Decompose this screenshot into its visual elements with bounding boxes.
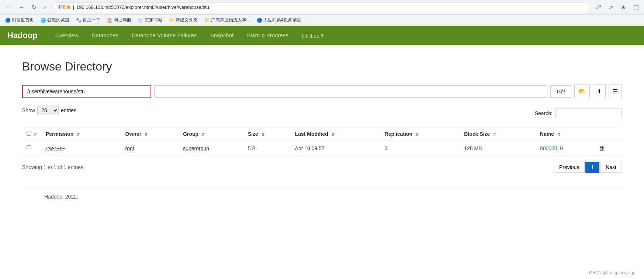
navbar-nav: Overview Datanodes Datanode Volume Failu… — [49, 27, 330, 44]
sort-icon-permission: ⇵ — [76, 132, 80, 137]
col-owner[interactable]: Owner ⇵ — [121, 127, 179, 141]
page-title: Browse Directory — [22, 60, 622, 73]
folder-open-button[interactable]: 📂 — [574, 85, 590, 98]
bookmark-nav[interactable]: 🏠 网址导航 — [105, 16, 134, 24]
next-button[interactable]: Next — [600, 162, 622, 173]
search-label: Search: — [535, 110, 553, 116]
sort-icon-size: ⇵ — [261, 132, 264, 137]
pagination-row: Showing 1 to 1 of 1 entries Previous 1 N… — [22, 162, 622, 173]
list-icon: ☰ — [613, 88, 618, 94]
row-group: supergroup — [179, 141, 243, 156]
directory-table: ⇵ Permission ⇵ Owner ⇵ Group ⇵ Size ⇵ — [22, 127, 622, 156]
col-size[interactable]: Size ⇵ — [243, 127, 291, 141]
bookmark-logistics[interactable]: 📁 广汽丰通物流人事... — [202, 16, 252, 24]
navbar: Hadoop Overview Datanodes Datanode Volum… — [0, 26, 644, 45]
sort-icon-last-modified: ⇵ — [331, 132, 335, 137]
nav-startup-progress[interactable]: Startup Progress — [240, 27, 295, 44]
search-input[interactable] — [555, 108, 622, 118]
row-name: 000000_0 — [536, 141, 595, 156]
footer-text: Hadoop, 2022. — [44, 194, 78, 200]
col-last-modified[interactable]: Last Modified ⇵ — [291, 127, 380, 141]
sort-icon-group: ⇵ — [201, 132, 205, 137]
nav-utilities[interactable]: Utilities ▾ — [295, 27, 330, 44]
previous-button[interactable]: Previous — [554, 162, 585, 173]
delete-icon[interactable]: 🗑 — [599, 145, 605, 151]
bookmarks-bar: 🔵 到百度首页 🌐 谷歌浏览器 🐾 百度一下 🏠 网址导航 🛒 京东商城 📁 新… — [0, 14, 644, 25]
upload-icon: ⬆ — [597, 88, 602, 94]
col-permission[interactable]: Permission ⇵ — [41, 127, 121, 141]
path-spacer-input[interactable] — [154, 85, 547, 98]
row-block-size: 128 MB — [460, 141, 536, 156]
bookmark-button[interactable]: ★ — [619, 2, 628, 12]
address-bar[interactable]: 不安全 | 192.168.102.48:50070/explorer.html… — [53, 2, 590, 12]
col-actions — [595, 127, 622, 141]
sort-icon-select: ⇵ — [34, 132, 37, 137]
entries-search-row: Show 10 25 50 100 entries Search: — [22, 106, 622, 121]
col-block-size[interactable]: Block Size ⇵ — [460, 127, 536, 141]
row-checkbox[interactable] — [27, 145, 31, 150]
sort-icon-replication: ⇵ — [415, 132, 419, 137]
table-header-row: ⇵ Permission ⇵ Owner ⇵ Group ⇵ Size ⇵ — [22, 127, 622, 141]
bookmark-chrome[interactable]: 🌐 谷歌浏览器 — [38, 16, 72, 24]
folder-open-icon: 📂 — [578, 88, 586, 94]
search-container: Search: — [535, 108, 622, 118]
entries-select[interactable]: 10 25 50 100 — [37, 106, 59, 115]
row-size: 5 B — [243, 141, 291, 156]
nav-datanode-volume-failures[interactable]: Datanode Volume Failures — [125, 27, 204, 44]
col-replication[interactable]: Replication ⇵ — [380, 127, 460, 141]
row-delete-cell: 🗑 — [595, 141, 622, 156]
extensions-button[interactable]: ◫ — [631, 2, 641, 12]
security-warning: 不安全 — [58, 4, 71, 10]
translate-button[interactable]: ☍ — [593, 2, 603, 12]
table-body: -rw-r--r-- root supergroup 5 B Apr 10 09… — [22, 141, 622, 156]
row-replication: 3 — [380, 141, 460, 156]
row-last-modified: Apr 10 09:57 — [291, 141, 380, 156]
footer: Hadoop, 2022. — [22, 187, 622, 207]
address-separator: | — [73, 4, 74, 10]
nav-overview[interactable]: Overview — [49, 27, 85, 44]
dropdown-arrow-icon: ▾ — [321, 32, 324, 39]
table-head: ⇵ Permission ⇵ Owner ⇵ Group ⇵ Size ⇵ — [22, 127, 622, 141]
sort-icon-owner: ⇵ — [144, 132, 148, 137]
bookmark-baidu-home[interactable]: 🔵 到百度首页 — [3, 16, 36, 24]
table-row: -rw-r--r-- root supergroup 5 B Apr 10 09… — [22, 141, 622, 156]
main-content: Browse Directory Go! 📂 ⬆ ☰ Show 10 25 50… — [0, 45, 644, 222]
nav-snapshot[interactable]: Snapshot — [204, 27, 240, 44]
sort-icon-name: ⇵ — [557, 132, 560, 137]
select-all-header: ⇵ — [22, 127, 41, 141]
page-1-button[interactable]: 1 — [585, 162, 599, 173]
go-button[interactable]: Go! — [550, 85, 571, 98]
pagination-buttons: Previous 1 Next — [554, 162, 622, 173]
bookmark-jd[interactable]: 🛒 京东商城 — [136, 16, 165, 24]
show-entries: Show 10 25 50 100 entries — [22, 106, 76, 115]
entries-label: entries — [61, 107, 76, 113]
browser-chrome: ← → ↻ ⌂ 不安全 | 192.168.102.48:50070/explo… — [0, 0, 644, 26]
upload-button[interactable]: ⬆ — [593, 85, 606, 98]
sort-icon-block-size: ⇵ — [493, 132, 496, 137]
bookmark-video[interactable]: 🔵 人世间第4集高清完... — [255, 16, 307, 24]
showing-text: Showing 1 to 1 of 1 entries — [22, 164, 83, 170]
browser-toolbar: ← → ↻ ⌂ 不安全 | 192.168.102.48:50070/explo… — [0, 0, 644, 14]
share-button[interactable]: ➚ — [606, 2, 616, 12]
back-button[interactable]: ← — [3, 3, 13, 12]
dir-controls: Go! 📂 ⬆ ☰ — [22, 85, 622, 98]
col-group[interactable]: Group ⇵ — [179, 127, 243, 141]
reload-button[interactable]: ↻ — [30, 2, 39, 12]
navbar-brand: Hadoop — [7, 31, 38, 40]
forward-button[interactable]: → — [16, 3, 27, 12]
nav-datanodes[interactable]: Datanodes — [85, 27, 125, 44]
row-checkbox-cell — [22, 141, 41, 156]
bookmark-new-folder[interactable]: 📁 新建文件夹 — [167, 16, 200, 24]
bookmark-baidu-search[interactable]: 🐾 百度一下 — [74, 16, 103, 24]
replication-link[interactable]: 3 — [385, 145, 388, 151]
home-button[interactable]: ⌂ — [42, 3, 50, 12]
path-input[interactable] — [22, 85, 151, 98]
row-owner: root — [121, 141, 179, 156]
address-text: 192.168.102.48:50070/explorer.html#/user… — [76, 4, 209, 10]
row-permission: -rw-r--r-- — [41, 141, 121, 156]
file-name-link[interactable]: 000000_0 — [540, 145, 563, 151]
select-all-checkbox[interactable] — [27, 131, 31, 136]
show-label: Show — [22, 107, 35, 113]
list-button[interactable]: ☰ — [609, 85, 622, 98]
col-name[interactable]: Name ⇵ — [536, 127, 595, 141]
